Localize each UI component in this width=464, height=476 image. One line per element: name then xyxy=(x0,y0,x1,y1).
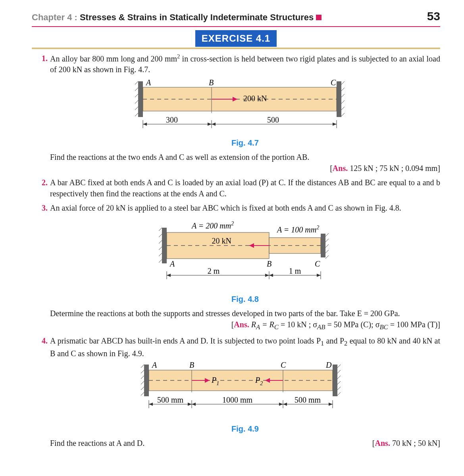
svg-rect-28 xyxy=(162,228,167,263)
fig48-C: C xyxy=(315,259,320,268)
svg-line-4 xyxy=(135,94,138,97)
exercise-label: EXERCISE 4.1 xyxy=(195,30,277,47)
fig48-d2: 1 m xyxy=(289,267,301,275)
problem-number: 1. xyxy=(33,53,48,64)
q2-text: A bar ABC fixed at both ends A and C is … xyxy=(50,178,440,198)
figure-4-7: 200 kN A B C 300 500 xyxy=(106,77,384,135)
svg-marker-84 xyxy=(149,403,153,406)
svg-line-13 xyxy=(341,113,345,116)
header-square-icon xyxy=(316,15,322,20)
fig48-load: 20 kN xyxy=(212,236,231,245)
problem-number: 3. xyxy=(33,202,48,213)
problem-4: 4. A prismatic bar ABCD has built-in end… xyxy=(50,335,440,449)
q4-last-line: Find the reactions at A and D. [Ans. 70 … xyxy=(50,438,440,449)
fig47-d1: 300 xyxy=(166,115,178,124)
problem-list: 1. An alloy bar 800 mm long and 200 mm2 … xyxy=(32,53,440,449)
problem-number: 4. xyxy=(33,335,48,346)
fig49-C: C xyxy=(281,361,286,369)
svg-marker-87 xyxy=(279,403,283,406)
figure-4-9: P1 P2 A B C D 500 mm 1000 mm 500 mm xyxy=(116,361,374,421)
fig47-B: B xyxy=(209,78,214,87)
svg-line-32 xyxy=(159,240,162,244)
fig47-load: 200 kN xyxy=(243,94,267,103)
svg-marker-54 xyxy=(317,274,321,277)
svg-line-8 xyxy=(341,81,345,84)
svg-line-7 xyxy=(135,113,138,116)
svg-marker-26 xyxy=(212,123,216,126)
q1-text-c: Find the reactions at the two ends A and… xyxy=(50,152,440,163)
svg-line-58 xyxy=(141,370,144,373)
fig47-C: C xyxy=(331,78,336,87)
svg-line-59 xyxy=(141,376,144,379)
problem-3: 3. An axial force of 20 kN is applied to… xyxy=(50,202,440,332)
svg-marker-24 xyxy=(143,123,147,126)
svg-line-12 xyxy=(341,107,345,110)
svg-line-10 xyxy=(341,94,345,97)
fig49-d3: 500 mm xyxy=(294,395,321,404)
svg-marker-53 xyxy=(269,274,273,277)
chapter-title: Stresses & Strains in Statically Indeter… xyxy=(80,12,314,24)
svg-marker-25 xyxy=(208,123,212,126)
svg-line-66 xyxy=(337,381,341,384)
problem-1: 1. An alloy bar 800 mm long and 200 mm2 … xyxy=(50,53,440,174)
svg-line-62 xyxy=(141,392,144,395)
svg-marker-89 xyxy=(329,403,333,406)
fig48-a2: A = 100 mm2 xyxy=(276,225,319,234)
q1-answer: [Ans. 125 kN ; 75 kN ; 0.094 mm] xyxy=(50,163,440,174)
fig49-d1: 500 mm xyxy=(157,395,183,404)
svg-line-11 xyxy=(341,100,345,104)
svg-line-6 xyxy=(135,107,138,110)
svg-line-33 xyxy=(159,247,162,250)
svg-line-36 xyxy=(325,233,329,236)
gold-rule xyxy=(32,48,440,49)
fig49-d2: 1000 mm xyxy=(222,395,252,404)
fig48-caption: Fig. 4.8 xyxy=(50,294,440,305)
fig48-d1: 2 m xyxy=(207,267,219,275)
svg-marker-88 xyxy=(283,403,287,406)
svg-line-38 xyxy=(325,244,329,248)
svg-line-64 xyxy=(337,370,341,373)
fig47-A: A xyxy=(145,78,151,87)
svg-line-65 xyxy=(337,376,341,379)
svg-line-34 xyxy=(159,253,162,256)
fig48-a1: A = 200 mm2 xyxy=(191,221,234,230)
q3-text-b: Determine the reactions at both the supp… xyxy=(50,308,440,319)
exercise-header: EXERCISE 4.1 xyxy=(32,30,440,47)
q3-text-a: An axial force of 20 kN is applied to a … xyxy=(50,203,401,212)
fig49-D: D xyxy=(325,361,332,369)
svg-line-37 xyxy=(325,239,329,242)
svg-rect-1 xyxy=(337,81,341,117)
svg-marker-52 xyxy=(265,274,269,277)
svg-line-2 xyxy=(135,81,138,84)
svg-line-9 xyxy=(341,88,345,91)
fig47-caption: Fig. 4.7 xyxy=(50,137,440,148)
svg-line-35 xyxy=(159,259,162,263)
svg-marker-85 xyxy=(188,403,192,406)
svg-rect-0 xyxy=(138,81,143,117)
svg-line-5 xyxy=(135,100,138,104)
page-number: 53 xyxy=(427,8,440,25)
chapter-header: Chapter 4 : Stresses & Strains in Static… xyxy=(32,8,440,27)
svg-line-30 xyxy=(159,228,162,231)
fig49-caption: Fig. 4.9 xyxy=(50,423,440,434)
svg-marker-51 xyxy=(167,274,171,277)
problem-2: 2. A bar ABC fixed at both ends A and C … xyxy=(50,177,440,199)
svg-line-57 xyxy=(141,365,144,368)
svg-line-60 xyxy=(141,381,144,384)
q4-text-b: and P xyxy=(324,336,344,345)
fig47-d2: 500 xyxy=(267,115,279,124)
svg-rect-55 xyxy=(144,365,149,396)
svg-line-61 xyxy=(141,387,144,390)
svg-line-67 xyxy=(337,387,341,390)
svg-line-31 xyxy=(159,234,162,237)
fig49-A: A xyxy=(151,361,157,369)
svg-line-40 xyxy=(325,255,329,259)
svg-marker-27 xyxy=(333,123,337,126)
q1-text-a: An alloy bar 800 mm long and 200 mm xyxy=(50,54,177,63)
fig49-B: B xyxy=(189,361,194,369)
svg-line-63 xyxy=(337,365,341,368)
figure-4-8: 20 kN A = 200 mm2 A = 100 mm2 A B C 2 m … xyxy=(134,216,356,291)
svg-rect-56 xyxy=(333,365,337,396)
svg-rect-69 xyxy=(149,370,333,391)
svg-line-68 xyxy=(337,392,341,395)
